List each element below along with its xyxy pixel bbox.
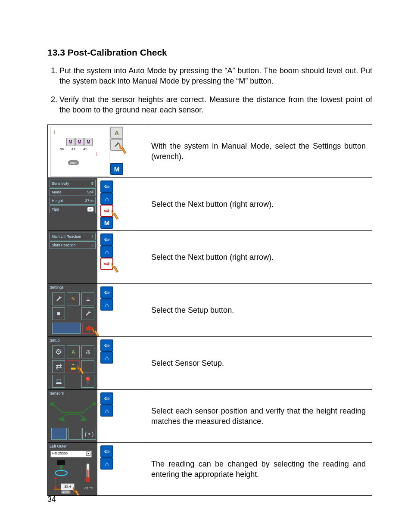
home-button[interactable]: ⌂: [100, 404, 113, 417]
back-button[interactable]: ⇦: [100, 286, 113, 299]
back-button[interactable]: ⇦: [100, 233, 113, 246]
wrench-icon: [113, 141, 120, 148]
manual-button[interactable]: M: [110, 163, 123, 175]
page-number: 34: [47, 495, 56, 504]
settings-tile[interactable]: [52, 323, 81, 334]
home-icon: ⌂: [105, 407, 109, 414]
screen-title: Settings: [50, 285, 64, 289]
screen-title: Sensors: [50, 391, 64, 395]
list-item[interactable]: ModeSoil: [50, 188, 96, 196]
list-item[interactable]: Height37 in: [50, 197, 96, 205]
sensor-setup-button[interactable]: [67, 360, 80, 373]
settings-tile[interactable]: ☰: [81, 292, 94, 305]
unit-pill: inch: [61, 490, 71, 494]
arrow-left-icon: ⇦: [104, 183, 110, 190]
setup-tile[interactable]: 📍: [81, 375, 94, 388]
bottom-tile[interactable]: [68, 428, 81, 440]
setup-tile[interactable]: [81, 360, 94, 373]
height-value: 41: [83, 147, 87, 151]
instruction-text: With the system in Manual Mode, select t…: [145, 125, 372, 178]
screenshot-setup-grid: Setup ⚙ A 🖨 ⇄ 💻 📍 ⇦ ⌂: [48, 337, 145, 389]
wrench-button[interactable]: [110, 139, 123, 151]
arrow-left-icon: ⇦: [104, 289, 110, 296]
screenshot-settings-grid: Settings ✎ ☰ ⇦ ⌂: [48, 284, 145, 336]
instruction-text: Select the Next button (right arrow).: [145, 178, 372, 231]
arrow-left-icon: ⇦: [104, 448, 110, 455]
back-button[interactable]: ⇦: [100, 180, 113, 193]
manual-button[interactable]: M: [100, 217, 113, 229]
sensor-icon: [70, 363, 77, 370]
home-button[interactable]: ⌂: [100, 193, 113, 205]
back-button[interactable]: ⇦: [100, 339, 113, 352]
height-reading[interactable]: 35.4: [61, 483, 75, 490]
settings-tile[interactable]: ✎: [67, 292, 80, 305]
sensor-id-dropdown[interactable]: HS-25300 ▾: [50, 451, 92, 457]
next-button[interactable]: ⇨: [100, 258, 113, 270]
svg-rect-15: [87, 470, 89, 478]
thermometer-icon: [85, 463, 91, 483]
step-item: Put the system into Auto Mode by pressin…: [59, 65, 372, 87]
back-button[interactable]: ⇦: [100, 392, 113, 404]
screenshot-settings-1: Sensitivity5 ModeSoil Height37 in Tips✓ …: [48, 178, 145, 230]
m-icon: M: [75, 138, 84, 146]
setup-tile[interactable]: ⇄: [52, 360, 65, 373]
settings-tile[interactable]: [52, 307, 65, 320]
section-heading: 13.3 Post-Calibration Check: [47, 47, 372, 58]
instruction-text: Select each sensor position and verify t…: [145, 390, 372, 443]
setup-tile[interactable]: 💻: [52, 375, 65, 388]
wrench-icon: [84, 310, 91, 317]
home-icon: ⌂: [105, 248, 109, 255]
m-icon: M: [66, 138, 75, 146]
screenshot-left-outer: Left Outer HS-25300 ▾: [48, 443, 145, 495]
boom-diagram: [50, 399, 96, 423]
next-button[interactable]: ⇨: [100, 205, 113, 217]
svg-rect-8: [60, 465, 62, 470]
home-button[interactable]: ⌂: [100, 457, 113, 470]
instruction-text: Select Sensor Setup.: [145, 337, 372, 390]
svg-rect-7: [57, 460, 65, 465]
list-item[interactable]: Sensitivity5: [50, 180, 96, 187]
list-item[interactable]: Tips✓: [50, 205, 96, 213]
arrow-left-icon: ⇦: [104, 236, 110, 243]
settings-tile[interactable]: [81, 307, 94, 320]
list-item[interactable]: Slant Reaction5: [50, 241, 96, 249]
svg-point-16: [85, 477, 90, 482]
svg-rect-1: [88, 326, 90, 327]
home-button[interactable]: ⌂: [100, 299, 113, 311]
down-arrow-icon: ↓: [95, 150, 98, 157]
home-button[interactable]: ⌂: [100, 352, 113, 364]
home-icon: ⌂: [105, 301, 109, 308]
instruction-table: ↑ M M M 39 42 41 ↓ inch A M: [47, 124, 372, 496]
wrench-icon: [55, 296, 62, 302]
instruction-text: Select the Setup button.: [145, 284, 372, 337]
screenshot-main: ↑ M M M 39 42 41 ↓ inch A M: [48, 125, 145, 177]
arrow-left-icon: ⇦: [104, 395, 110, 402]
svg-rect-2: [71, 368, 76, 370]
height-value: 42: [72, 147, 75, 151]
setup-tile[interactable]: ⚙: [52, 345, 65, 358]
home-icon: ⌂: [105, 195, 109, 202]
height-value: 39: [60, 147, 64, 151]
list-item[interactable]: Main Lift Reaction4: [50, 233, 96, 240]
auto-button[interactable]: A: [110, 127, 123, 139]
setup-button[interactable]: [82, 323, 96, 334]
toolbox-icon: [85, 325, 93, 331]
screen-title: Setup: [50, 338, 60, 342]
unit-pill: inch: [68, 160, 79, 165]
screenshot-sensors: Sensors ▲ ( • ) ⇦ ⌂: [48, 390, 145, 442]
m-icon: M: [84, 138, 93, 146]
step-list: Put the system into Auto Mode by pressin…: [47, 65, 372, 115]
setup-tile[interactable]: 🖨: [81, 345, 94, 358]
bottom-tile[interactable]: ▲: [51, 428, 67, 440]
dropdown-arrow-icon: ▾: [86, 451, 90, 456]
screen-title: Left Outer: [50, 444, 67, 448]
settings-tile[interactable]: [52, 292, 65, 305]
home-icon: ⌂: [105, 354, 109, 361]
step-item: Verify that the sensor heights are corre…: [59, 94, 372, 115]
home-icon: ⌂: [105, 460, 109, 467]
arrow-left-icon: ⇦: [104, 342, 110, 349]
home-button[interactable]: ⌂: [100, 246, 113, 258]
bottom-tile[interactable]: ( • ): [82, 428, 96, 440]
back-button[interactable]: ⇦: [100, 445, 113, 457]
setup-tile[interactable]: A: [67, 345, 80, 358]
